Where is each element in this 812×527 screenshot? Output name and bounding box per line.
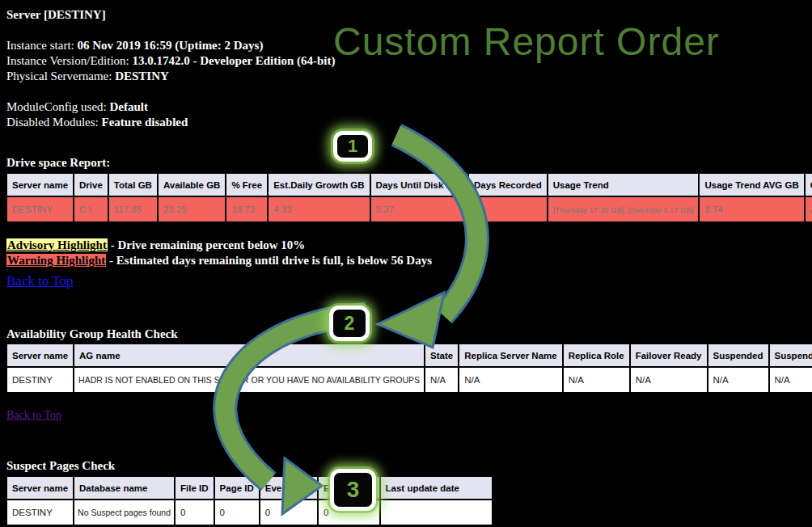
warning-highlight-swatch: Warning Highlight (6, 254, 106, 267)
cell-ag-name: HADR IS NOT ENABLED ON THIS SERVER OR YO… (74, 367, 425, 393)
table-row: DESTINY No Suspect pages found 0 0 0 0 (6, 500, 493, 525)
warning-text: - Estimated days remaining until drive i… (106, 254, 432, 267)
header-cell: Server name (6, 476, 74, 500)
info-value: Feature disabled (102, 116, 188, 129)
cell: DESTINY (6, 367, 74, 393)
info-value: 13.0.1742.0 - Developer Edition (64-bit) (133, 54, 336, 67)
header-cell: Server name (6, 173, 74, 196)
header-cell: Last update date (380, 476, 493, 500)
ag-health-check-table: Server name AG name State Replica Server… (6, 343, 812, 394)
spacer (6, 23, 336, 38)
info-value: Default (110, 100, 149, 113)
cell: 19.73 (226, 196, 268, 222)
info-label: Instance Version/Edition: (6, 54, 133, 67)
header-cell: State (425, 344, 459, 367)
info-value: 06 Nov 2019 16:59 (Uptime: 2 Days) (77, 39, 263, 52)
header-cell: Usage Trend AVG GB (699, 173, 804, 196)
cell: 5.37 (370, 196, 468, 222)
header-cell: Total GB (108, 173, 158, 196)
back-to-top-link[interactable]: Back to Top (6, 273, 74, 289)
advisory-legend-line: Advisory Highlight - Drive remaining per… (6, 238, 432, 253)
cell: 0 (175, 500, 214, 525)
cell: 117.85 (108, 196, 158, 222)
order-badge-1: 1 (333, 131, 372, 162)
cell: 13 (468, 196, 548, 222)
header-cell: AG name (74, 344, 425, 367)
cell: N/A (563, 367, 630, 393)
table-row: DESTINY C:\ 117.85 23.25 19.73 4.33 5.37… (6, 196, 812, 222)
info-value: DESTINY (115, 70, 169, 82)
header-cell: Suspended (708, 344, 769, 367)
advisory-text: - Drive remaining percent below 10% (108, 238, 305, 251)
header-cell: File ID (175, 476, 214, 500)
warning-legend-line: Warning Highlight - Estimated days remai… (6, 253, 432, 268)
cell: N/A (769, 367, 812, 393)
ag-health-check-title: Availability Group Health Check (6, 327, 178, 341)
cell: 23.25 (158, 196, 226, 222)
info-line-physical-name: Physical Servername: DESTINY (6, 69, 336, 84)
header-cell: Suspend Reason (769, 344, 812, 367)
order-badge-2: 2 (329, 306, 370, 341)
table-header-row: Server name Drive Total GB Available GB … (6, 173, 812, 196)
header-cell: % Free (226, 173, 268, 196)
cell-usage-trend: [Thursday 17.30 GB], [Saturday 0.17 GB] (548, 196, 700, 222)
cell: 8.74 (699, 196, 804, 222)
cell: Average (805, 196, 812, 222)
info-line-moduleconfig: ModuleConfig used: Default (6, 99, 336, 115)
info-label: Physical Servername: (6, 70, 115, 82)
drive-report-title: Drive space Report: (6, 156, 110, 170)
suspect-pages-table: Server name Database name File ID Page I… (6, 475, 493, 526)
server-heading: Server [DESTINY] (6, 7, 336, 23)
cell: N/A (630, 367, 708, 393)
cell: N/A (708, 367, 769, 393)
cell: DESTINY (6, 500, 74, 525)
header-cell: Days Recorded (468, 173, 548, 196)
header-cell: Database name (74, 476, 175, 500)
info-line-disabled-modules: Disabled Modules: Feature disabled (6, 115, 336, 130)
cell-database-name: No Suspect pages found (74, 500, 175, 525)
suspect-pages-title: Suspect Pages Check (6, 459, 115, 473)
header-cell: Page ID (214, 476, 260, 500)
header-cell: Est.Daily Growth GB (268, 173, 370, 196)
advisory-highlight-swatch: Advisory Highlight (6, 238, 108, 251)
header-cell: Failover Ready (630, 344, 708, 367)
info-label: ModuleConfig used: (6, 100, 110, 113)
info-line-version: Instance Version/Edition: 13.0.1742.0 - … (6, 53, 336, 69)
back-to-top-link-visited[interactable]: Back to Top (6, 409, 61, 422)
info-line-instance-start: Instance start: 06 Nov 2019 16:59 (Uptim… (6, 38, 336, 53)
header-cell: Replica Role (563, 344, 630, 367)
cell: N/A (459, 367, 562, 393)
header-cell: Drive (74, 173, 108, 196)
info-label: Disabled Modules: (6, 116, 102, 129)
header-cell: Available GB (158, 173, 226, 196)
table-row: DESTINY HADR IS NOT ENABLED ON THIS SERV… (6, 367, 812, 393)
header-cell: Server name (6, 344, 74, 367)
cell: 0 (214, 500, 260, 525)
cell: 4.33 (268, 196, 370, 222)
header-cell: Days Until Disk Full (370, 173, 468, 196)
server-info-block: Server [DESTINY] Instance start: 06 Nov … (6, 7, 336, 130)
table-header-row: Server name Database name File ID Page I… (6, 476, 493, 500)
highlight-legend: Advisory Highlight - Drive remaining per… (6, 238, 432, 268)
header-cell: Calculation method (805, 173, 812, 196)
cell: 0 (260, 500, 318, 525)
info-label: Instance start: (6, 39, 77, 52)
cell: N/A (425, 367, 459, 393)
order-badge-3: 3 (330, 469, 376, 511)
drive-space-table: Server name Drive Total GB Available GB … (6, 172, 812, 223)
spacer (6, 84, 336, 99)
table-header-row: Server name AG name State Replica Server… (6, 344, 812, 367)
cell: DESTINY (6, 196, 74, 222)
header-cell: Replica Server Name (459, 344, 562, 367)
page-title: Custom Report Order (333, 19, 720, 64)
header-cell: Usage Trend (548, 173, 700, 196)
cell (380, 500, 493, 525)
header-cell: Event type (260, 476, 318, 500)
cell: C:\ (74, 196, 108, 222)
